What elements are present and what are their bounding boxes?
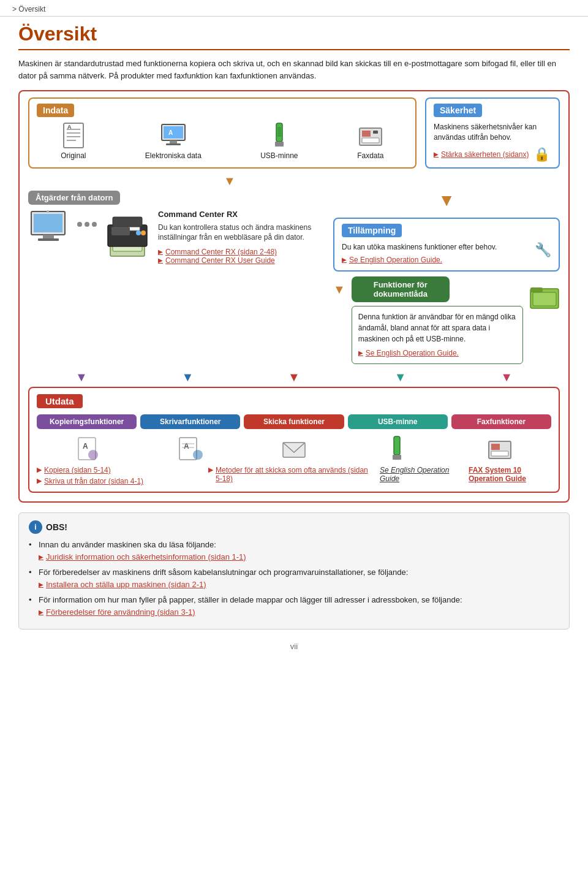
folder-icon <box>529 283 560 311</box>
indata-items: A Original A <box>37 122 408 160</box>
doc-link[interactable]: Se English Operation Guide. <box>358 348 516 359</box>
copy-icon-col: A <box>37 435 140 462</box>
svg-text:A: A <box>67 124 72 130</box>
indata-arrow-row: ▼ <box>28 175 560 187</box>
dokumentlada-row: ▼ Funktioner för dokumentlåda Denna funk… <box>333 276 560 364</box>
usb-icon-col <box>345 435 448 462</box>
document-icon: A <box>62 122 85 149</box>
svg-rect-12 <box>277 127 281 137</box>
utdata-columns: Kopieringsfunktioner Skrivarfunktioner S… <box>37 414 551 429</box>
command-center-block: Command Center RX Du kan kontrollera sta… <box>158 210 327 265</box>
indata-box: Indata A <box>28 97 417 169</box>
arrow-down-indata: ▼ <box>34 175 425 187</box>
col-fax: Faxfunktioner <box>451 414 551 429</box>
obs-item-3: För information om hur man fyller på pap… <box>29 594 559 618</box>
top-row: Indata A <box>28 97 560 169</box>
indata-usb: USB-minne <box>260 122 298 160</box>
col-usb: USB-minne <box>348 414 448 429</box>
arrow-metoder-link: ▶ Metoder för att skicka som ofta använd… <box>208 466 374 483</box>
svg-point-22 <box>47 210 49 213</box>
obs-link-3[interactable]: Förberedelser före användning (sidan 3-1… <box>39 606 559 618</box>
svg-rect-43 <box>283 443 305 457</box>
sakerhet-link[interactable]: Stärka säkerheten (sidanx) <box>434 150 529 159</box>
obs-item-2: För förberedelser av maskinens drift sås… <box>29 566 559 590</box>
page-number: vii <box>18 642 570 651</box>
tillampning-link[interactable]: Se English Operation Guide. <box>342 255 530 265</box>
indata-fax: Faxdata <box>357 122 384 160</box>
col-skrivarfunktioner: Skrivarfunktioner <box>140 414 240 429</box>
obs-title: i OBS! <box>29 520 559 534</box>
svg-rect-7 <box>164 126 183 139</box>
original-label: Original <box>61 151 86 160</box>
kopiera-link[interactable]: Kopiera (sidan 5-14) <box>44 466 111 474</box>
col-kopieringsfunktioner: Kopieringsfunktioner <box>37 414 137 429</box>
svg-rect-13 <box>275 142 284 146</box>
utdata-title: Utdata <box>37 394 83 408</box>
printer-and-cc: Command Center RX Du kan kontrollera sta… <box>28 210 327 265</box>
mid-left: Åtgärder från datorn <box>28 191 327 365</box>
skriva-link[interactable]: Skriva ut från dator (sidan 4-1) <box>44 477 143 485</box>
utdata-link-col4: FAX System 10 Operation Guide <box>469 466 551 483</box>
obs-link-1[interactable]: Juridisk information och säkerhetsinform… <box>39 551 559 563</box>
svg-rect-17 <box>373 131 378 134</box>
arrow-skriva: ▼ <box>181 370 194 384</box>
sakerhet-description: Maskinens säkerhetsnivåer kan användas u… <box>434 122 551 143</box>
fax-icon-col <box>448 435 551 462</box>
elektroniska-label: Elektroniska data <box>145 151 202 160</box>
dot-3 <box>92 222 97 227</box>
svg-rect-30 <box>111 227 130 235</box>
dokumentlada-area: Funktioner för dokumentlåda Denna funkti… <box>352 276 523 364</box>
svg-rect-33 <box>533 292 556 306</box>
svg-rect-44 <box>394 436 400 455</box>
doc-arrows: ▼ <box>333 283 345 297</box>
mid-section: Åtgärder från datorn <box>28 191 560 365</box>
utdata-section: Utdata Kopieringsfunktioner Skrivarfunkt… <box>28 387 560 493</box>
computer-icon <box>28 210 71 251</box>
cc-desc: Du kan kontrollera status och ändra mask… <box>158 223 327 243</box>
mid-right: ▼ Tillämpning Du kan utöka maskinens fun… <box>333 191 560 365</box>
svg-rect-9 <box>170 140 177 143</box>
metoder-link[interactable]: Metoder för att skicka som ofta används … <box>216 466 374 483</box>
svg-rect-0 <box>64 123 83 148</box>
svg-point-42 <box>193 450 203 460</box>
printer-icon <box>103 210 152 261</box>
dokumentlada-bubble: Funktioner för dokumentlåda <box>352 276 450 302</box>
indata-elektroniska: A Elektroniska data <box>145 122 202 160</box>
svg-rect-15 <box>362 131 371 137</box>
tillampning-box: Tillämpning Du kan utöka maskinens funkt… <box>333 218 560 272</box>
fax-icon <box>357 122 384 149</box>
sakerhet-title: Säkerhet <box>434 104 482 117</box>
svg-rect-19 <box>34 214 62 232</box>
dot-1 <box>77 222 82 227</box>
wrench-icon: 🔧 <box>535 242 551 258</box>
utdata-links-row: ▶ Kopiera (sidan 5-14) ▶ Skriva ut från … <box>37 466 551 485</box>
obs-item-1: Innan du använder maskinen ska du läsa f… <box>29 539 559 563</box>
page-title: Översikt <box>18 23 570 50</box>
intro-paragraph: Maskinen är standardutrustad med funktio… <box>18 58 570 82</box>
obs-link-2[interactable]: Installera och ställa upp maskinen (sida… <box>39 579 559 591</box>
lock-icon: 🔒 <box>533 146 550 162</box>
svg-rect-32 <box>530 287 543 292</box>
svg-rect-20 <box>43 235 54 238</box>
svg-point-28 <box>136 230 141 235</box>
obs-icon: i <box>29 520 42 534</box>
atgarder-label: Åtgärder från datorn <box>28 191 327 205</box>
doc-desc: Denna funktion är användbar för en mängd… <box>358 311 516 344</box>
svg-text:A: A <box>184 442 189 451</box>
usb-icon <box>272 122 287 149</box>
cc-link2[interactable]: Command Center RX User Guide <box>158 256 327 265</box>
tillampning-content: Du kan utöka maskinens funktioner efter … <box>342 242 551 266</box>
tillampning-text-area: Du kan utöka maskinens funktioner efter … <box>342 242 530 266</box>
svg-point-29 <box>141 230 146 235</box>
send-icon-col <box>243 435 345 462</box>
arrow-skriva-link: ▶ Skriva ut från dator (sidan 4-1) <box>37 477 202 485</box>
dots-row <box>77 222 97 227</box>
cc-title: Command Center RX <box>158 210 327 219</box>
arrow-down-mid: ▼ <box>333 191 560 210</box>
arrow-skicka: ▼ <box>288 370 300 384</box>
svg-rect-47 <box>491 444 500 450</box>
cc-link1[interactable]: Command Center RX (sidan 2-48) <box>158 248 327 256</box>
fax-guide-link[interactable]: FAX System 10 Operation Guide <box>469 466 526 483</box>
svg-rect-16 <box>362 138 379 143</box>
obs-section: i OBS! Innan du använder maskinen ska du… <box>18 512 570 629</box>
